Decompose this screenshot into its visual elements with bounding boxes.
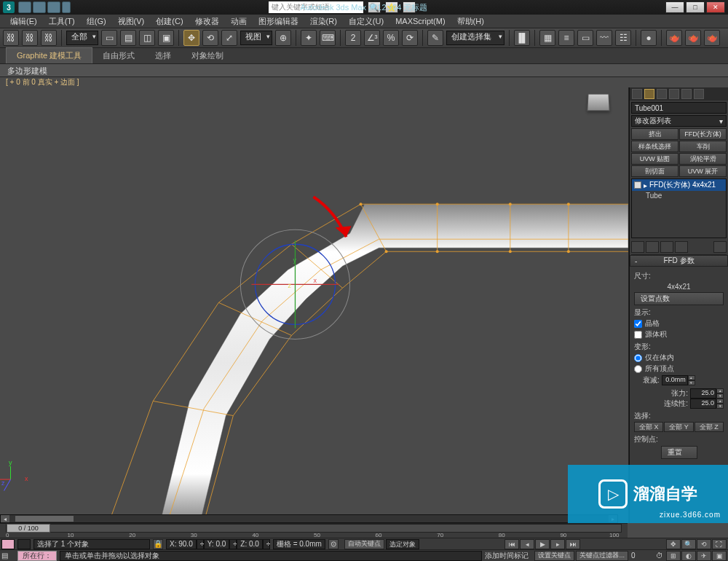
nav-walk-icon[interactable]: ✈ — [697, 551, 711, 561]
mod-btn-uvwmap[interactable]: UVW 贴图 — [631, 153, 678, 165]
bind-space-warp-icon[interactable]: ⛓ — [41, 30, 57, 46]
chk-lattice[interactable]: 晶格 — [634, 318, 724, 329]
edit-named-sel-icon[interactable]: ✎ — [427, 30, 443, 46]
falloff-spinner[interactable]: 0.0mm▴▾ — [662, 375, 695, 385]
visibility-toggle-icon[interactable] — [634, 181, 641, 189]
tab-utilities-icon[interactable] — [694, 89, 704, 99]
ribbon-tab-selection[interactable]: 选择 — [145, 48, 181, 63]
nav-max-viewport-icon[interactable]: ▣ — [712, 551, 727, 561]
prev-frame-icon[interactable]: ◂ — [520, 539, 534, 549]
render-setup-icon[interactable]: 🫖 — [666, 30, 682, 46]
current-line-label[interactable]: 所在行： — [17, 551, 57, 561]
nav-maximize-icon[interactable]: ⛶ — [712, 539, 727, 549]
make-unique-icon[interactable] — [660, 241, 673, 253]
play-icon[interactable]: ▶ — [535, 539, 550, 549]
menu-help[interactable]: 帮助(H) — [451, 15, 490, 28]
menu-animation[interactable]: 动画 — [225, 15, 253, 28]
set-points-button[interactable]: 设置点数 — [634, 292, 724, 305]
auto-key-button[interactable]: 自动关键点 — [344, 539, 384, 549]
menu-graph[interactable]: 图形编辑器 — [253, 15, 304, 28]
time-config-icon[interactable]: ⏱ — [656, 552, 663, 560]
named-selection-dropdown[interactable]: 创建选择集 — [446, 31, 505, 45]
mod-btn-turbosmooth[interactable]: 涡轮平滑 — [679, 153, 727, 165]
sel-all-z-button[interactable]: 全部 Z — [695, 422, 724, 432]
close-button[interactable]: ✕ — [706, 1, 725, 13]
ref-coord-dropdown[interactable]: 视图 — [240, 31, 272, 45]
rendered-frame-icon[interactable]: 🫖 — [685, 30, 701, 46]
menu-render[interactable]: 渲染(R) — [304, 15, 343, 28]
nav-pan-icon[interactable]: ✥ — [666, 539, 681, 549]
ribbon-panel-label[interactable]: 多边形建模 — [0, 64, 728, 77]
goto-end-icon[interactable]: ⏭ — [566, 539, 580, 549]
tab-modify-icon[interactable] — [644, 89, 654, 99]
qat-new-icon[interactable] — [18, 1, 31, 13]
mirror-icon[interactable]: ▐▌ — [514, 30, 530, 46]
layers-icon[interactable]: ≡ — [558, 30, 574, 46]
selection-lock-icon[interactable]: 🔒 — [153, 539, 163, 549]
nav-orbit-icon[interactable]: ⟲ — [697, 539, 711, 549]
minimize-button[interactable]: — — [665, 1, 684, 13]
ctrlpt-reset-button[interactable]: 重置 — [661, 446, 697, 459]
stack-item-ffd[interactable]: ▸FFD(长方体) 4x4x21 — [632, 179, 726, 191]
pin-stack-icon[interactable] — [631, 241, 644, 253]
rad-all[interactable]: 所有顶点 — [634, 364, 724, 374]
coord-z[interactable]: Z: 0.0 — [237, 539, 263, 549]
manipulate-icon[interactable]: ✦ — [301, 30, 317, 46]
add-time-tag-button[interactable]: 添加时间标记 — [485, 551, 529, 561]
tab-hierarchy-icon[interactable] — [657, 89, 667, 99]
menu-modifiers[interactable]: 修改器 — [189, 15, 225, 28]
ribbon-tab-freeform[interactable]: 自由形式 — [92, 48, 145, 63]
rad-inside[interactable]: 仅在体内 — [634, 353, 724, 363]
goto-start-icon[interactable]: ⏮ — [505, 539, 519, 549]
configure-sets-icon[interactable] — [713, 241, 727, 253]
mod-btn-extrude[interactable]: 挤出 — [631, 128, 678, 140]
app-logo-icon[interactable]: 3 — [3, 1, 15, 13]
time-slider[interactable]: 0 / 100 0 10 20 30 40 50 60 70 80 90 100 — [0, 523, 628, 538]
select-move-icon[interactable]: ✥ — [183, 30, 199, 46]
next-frame-icon[interactable]: ▸ — [550, 539, 565, 549]
modifier-list-dropdown[interactable]: 修改器列表▾ — [631, 115, 727, 127]
current-frame-input[interactable]: 0 — [631, 552, 653, 560]
maximize-button[interactable]: □ — [686, 1, 705, 13]
sel-all-y-button[interactable]: 全部 Y — [664, 422, 693, 432]
viewport-label[interactable]: [ + 0 前 0 真实 + 边面 ] — [0, 77, 728, 87]
menu-customize[interactable]: 自定义(U) — [343, 15, 389, 28]
snap-percent-icon[interactable]: % — [383, 30, 399, 46]
qat-undo-icon[interactable] — [33, 1, 46, 13]
ribbon-tab-graphite[interactable]: Graphite 建模工具 — [6, 47, 92, 63]
coord-x[interactable]: X: 90.0 — [166, 539, 197, 549]
spinner-snap-icon[interactable]: ⟳ — [402, 30, 418, 46]
stack-item-tube[interactable]: Tube — [632, 191, 726, 200]
key-mode-icon[interactable]: ⊙ — [328, 539, 339, 549]
snap-2d-icon[interactable]: 2 — [345, 30, 361, 46]
menu-edit[interactable]: 编辑(E) — [4, 15, 43, 28]
mod-btn-ffdbox[interactable]: FFD(长方体) — [679, 128, 727, 140]
render-icon[interactable]: 🫖 — [704, 30, 720, 46]
menu-tools[interactable]: 工具(T) — [43, 15, 81, 28]
remove-modifier-icon[interactable] — [675, 241, 688, 253]
scroll-left-icon[interactable]: ◂ — [1, 515, 9, 522]
tab-create-icon[interactable] — [632, 89, 642, 99]
time-slider-thumb[interactable]: 0 / 100 — [7, 524, 50, 533]
chk-source[interactable]: 源体积 — [634, 329, 724, 340]
object-name-input[interactable]: Tube001 — [631, 102, 727, 114]
nav-zoom-icon[interactable]: 🔍 — [681, 539, 696, 549]
ribbon-toggle-icon[interactable]: ▭ — [577, 30, 593, 46]
curve-editor-icon[interactable]: 〰 — [596, 30, 612, 46]
nav-zoom-extents-icon[interactable]: ⊞ — [666, 551, 681, 561]
tab-motion-icon[interactable] — [669, 89, 679, 99]
sel-all-x-button[interactable]: 全部 X — [634, 422, 663, 432]
tension-spinner[interactable]: 25.0▴▾ — [690, 388, 724, 399]
viewport[interactable]: x y z y x z ◂ ▸ — [0, 87, 629, 523]
qat-redo-icon[interactable] — [47, 1, 60, 13]
show-end-result-icon[interactable] — [646, 241, 659, 253]
keyboard-shortcut-icon[interactable]: ⌨ — [320, 30, 336, 46]
continuity-spinner[interactable]: 25.0▴▾ — [690, 399, 724, 409]
window-crossing-icon[interactable]: ▣ — [158, 30, 174, 46]
mod-btn-unwrap[interactable]: UVW 展开 — [679, 165, 727, 177]
isolate-icon[interactable] — [17, 539, 31, 549]
link-icon[interactable]: ⛓ — [3, 30, 19, 46]
select-rotate-icon[interactable]: ⟲ — [202, 30, 218, 46]
qat-dropdown-icon[interactable] — [62, 1, 71, 13]
align-icon[interactable]: ▦ — [539, 30, 555, 46]
